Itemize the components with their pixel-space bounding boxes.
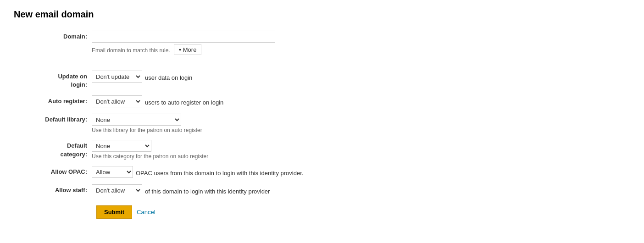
auto-register-suffix: users to auto register on login xyxy=(145,97,223,106)
update-login-row: Update on login: Don't update Update use… xyxy=(32,71,630,89)
page-title: New email domain xyxy=(14,9,630,20)
more-button-label: More xyxy=(183,46,197,53)
default-category-label: Default category: xyxy=(32,140,92,158)
auto-register-row: Auto register: Don't allow Allow users t… xyxy=(32,95,630,107)
default-library-label: Default library: xyxy=(32,114,92,124)
domain-label: Domain: xyxy=(32,31,92,41)
auto-register-label: Auto register: xyxy=(32,95,92,105)
domain-help-text: Email domain to match this rule. xyxy=(92,47,170,54)
allow-opac-select[interactable]: Allow Don't allow xyxy=(92,166,133,178)
allow-staff-row: Allow staff: Allow Don't allow of this d… xyxy=(32,184,630,196)
cancel-button[interactable]: Cancel xyxy=(137,209,155,215)
allow-opac-label: Allow OPAC: xyxy=(32,166,92,176)
allow-opac-row: Allow OPAC: Allow Don't allow OPAC users… xyxy=(32,166,630,178)
allow-staff-suffix: of this domain to login with this identi… xyxy=(145,186,270,195)
update-login-select[interactable]: Don't update Update xyxy=(92,71,142,83)
auto-register-select[interactable]: Don't allow Allow xyxy=(92,95,142,107)
allow-staff-select[interactable]: Allow Don't allow xyxy=(92,184,142,196)
default-library-help: Use this library for the patron on auto … xyxy=(92,127,202,133)
allow-staff-label: Allow staff: xyxy=(32,184,92,194)
default-category-select[interactable]: None xyxy=(92,140,151,152)
default-category-help: Use this category for the patron on auto… xyxy=(92,153,208,160)
allow-opac-suffix: OPAC users from this domain to login wit… xyxy=(136,168,303,177)
chevron-down-icon: ▾ xyxy=(179,47,181,52)
default-category-row: Default category: None Use this category… xyxy=(32,140,630,160)
update-login-suffix: user data on login xyxy=(145,72,192,81)
domain-row: Domain: Email domain to match this rule.… xyxy=(32,31,630,55)
domain-input[interactable] xyxy=(92,31,275,43)
default-library-row: Default library: None Use this library f… xyxy=(32,114,630,133)
submit-button[interactable]: Submit xyxy=(96,205,132,219)
form-actions: Submit Cancel xyxy=(96,205,630,219)
default-library-select[interactable]: None xyxy=(92,114,181,126)
more-button[interactable]: ▾ More xyxy=(174,44,202,55)
update-login-label: Update on login: xyxy=(32,71,92,89)
